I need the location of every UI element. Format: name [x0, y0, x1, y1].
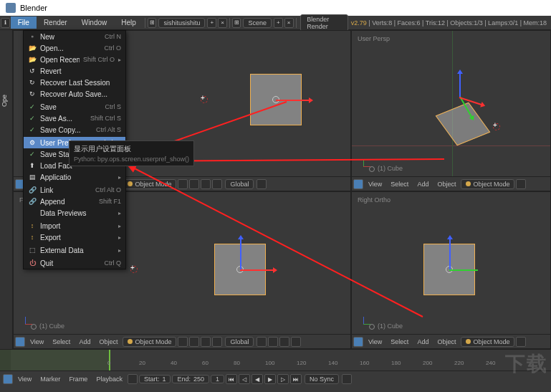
scene-browse-icon[interactable]: ⊞ — [232, 18, 241, 28]
scene-delete-icon[interactable]: × — [284, 18, 294, 28]
file-menu-external-data[interactable]: ⬚External Data▸ — [24, 244, 125, 256]
timeline-editor: 020406080100120140160180200220240 View M… — [0, 349, 551, 392]
viewport-top-right[interactable]: User Persp (1) Cube View Select Add Obje… — [351, 30, 551, 191]
tool-shelf-collapsed[interactable]: Ope — [0, 30, 13, 349]
file-menu-new[interactable]: ▫NewCtrl N — [24, 31, 125, 42]
view-label: User Persp — [358, 35, 390, 42]
render-engine-dropdown[interactable]: Blender Render — [300, 14, 348, 32]
file-menu-open-recent-[interactable]: 📂Open Recent...Shift Ctrl O▸ — [24, 54, 125, 65]
viewport-header: View Select Add Object Object Mode Globa… — [14, 334, 350, 348]
keyframe-next-icon[interactable]: ▷ — [277, 374, 289, 384]
mini-axis-icon — [358, 161, 369, 172]
tooltip-python: Python: bpy.ops.screen.userpref_show() — [74, 156, 189, 163]
file-menu-applicatio[interactable]: ▤Applicatio▸ — [24, 171, 125, 183]
app-title: Blender — [20, 4, 47, 12]
file-menu-link[interactable]: 🔗LinkCtrl Alt O — [24, 184, 125, 196]
blender-icon — [6, 3, 16, 13]
layout-browse-icon[interactable]: ⊞ — [148, 18, 157, 28]
editor-type-icon[interactable]: ℹ — [1, 18, 10, 28]
file-menu-save-copy-[interactable]: ✓Save Copy...Ctrl Alt S — [24, 124, 125, 135]
file-menu-append[interactable]: 🔗AppendShift F1 — [24, 196, 125, 207]
start-frame-field[interactable]: Start:1 — [139, 375, 171, 383]
mini-axis-icon — [358, 318, 369, 330]
menu-help[interactable]: Help — [114, 16, 143, 29]
scene-field[interactable]: Scene — [243, 18, 272, 28]
autokey-icon[interactable] — [342, 374, 352, 384]
cube-object[interactable] — [423, 244, 475, 295]
viewport-bottom-right[interactable]: Right Ortho (1) Cube View Select Add Obj… — [351, 191, 551, 349]
file-menu-import[interactable]: ↕Import▸ — [24, 220, 125, 231]
jump-end-icon[interactable]: ⏭ — [290, 374, 302, 384]
object-label: (1) Cube — [31, 322, 64, 330]
3d-cursor-icon — [128, 264, 138, 274]
menu-window[interactable]: Window — [75, 16, 115, 29]
file-menu-save-as-[interactable]: ✓Save As...Shift Ctrl S — [24, 113, 125, 124]
timeline-header: View Marker Frame Playback Start:1 End:2… — [0, 371, 551, 387]
play-reverse-icon[interactable]: ◀ — [251, 374, 263, 384]
timeline-ruler[interactable]: 020406080100120140160180200220240 — [0, 350, 551, 371]
cube-object[interactable] — [250, 74, 302, 125]
screen-layout-field[interactable]: sishitusishitu — [158, 18, 205, 28]
menu-render[interactable]: Render — [37, 16, 75, 29]
current-frame-field[interactable]: 1 — [211, 375, 224, 383]
editor-type-icon[interactable] — [15, 337, 25, 347]
3d-cursor-icon — [198, 94, 209, 104]
mode-dropdown[interactable]: Object Mode — [123, 179, 176, 189]
play-icon[interactable]: ▶ — [264, 374, 276, 384]
file-menu-recover-auto-save-[interactable]: ↻Recover Auto Save... — [24, 88, 125, 100]
mini-axis-icon — [19, 318, 31, 330]
file-menu-revert[interactable]: ↺Revert — [24, 65, 125, 77]
jump-start-icon[interactable]: ⏮ — [226, 374, 237, 384]
menu-file[interactable]: File — [11, 16, 37, 29]
3d-cursor-icon — [491, 121, 501, 131]
manipulator-icon[interactable] — [201, 179, 211, 189]
file-menu-save[interactable]: ✓SaveCtrl S — [24, 101, 125, 113]
object-label: (1) Cube — [369, 165, 403, 172]
orientation-dropdown[interactable]: Global — [225, 179, 254, 189]
editor-type-icon[interactable] — [353, 337, 363, 347]
shade-icon[interactable] — [178, 179, 188, 189]
layout-delete-icon[interactable]: × — [218, 18, 227, 28]
tooltip-title: 显示用户设置面板 — [74, 144, 189, 154]
mode-dropdown[interactable]: Object Mode — [461, 337, 514, 347]
snap-icon[interactable] — [257, 179, 267, 189]
editor-type-icon[interactable] — [3, 374, 13, 384]
editor-type-icon[interactable] — [353, 179, 363, 189]
scene-add-icon[interactable]: + — [274, 18, 283, 28]
file-menu-export[interactable]: ↕Export▸ — [24, 231, 125, 243]
viewport-header: View Select Add Object Object Mode — [352, 334, 550, 348]
end-frame-field[interactable]: End:250 — [172, 375, 209, 383]
mode-dropdown[interactable]: Object Mode — [461, 179, 514, 189]
window-titlebar: Blender — [0, 0, 551, 16]
watermark: 下载 — [505, 350, 548, 378]
file-menu-data-previews[interactable]: Data Previews▸ — [24, 207, 125, 219]
view-label: Right Ortho — [358, 196, 391, 204]
layout-add-icon[interactable]: + — [207, 18, 216, 28]
file-menu-recover-last-session[interactable]: ↻Recover Last Session — [24, 77, 125, 88]
viewport-header: View Select Add Object Object Mode — [352, 176, 550, 191]
file-menu-quit[interactable]: ⏻QuitCtrl Q — [24, 257, 125, 269]
mode-dropdown[interactable]: Object Mode — [123, 337, 176, 347]
layers-icon[interactable] — [212, 179, 222, 189]
keyframe-prev-icon[interactable]: ◁ — [239, 374, 250, 384]
pivot-icon[interactable] — [189, 179, 199, 189]
cube-object[interactable] — [436, 102, 491, 145]
tooltip: 显示用户设置面板 Python: bpy.ops.screen.userpref… — [69, 140, 194, 166]
header-stats: v2.79 | Verts:8 | Faces:6 | Tris:12 | Ob… — [351, 19, 551, 27]
file-menu-open-[interactable]: 📂Open...Ctrl O — [24, 42, 125, 54]
top-menubar: ℹ File Render Window Help ⊞ sishitusishi… — [0, 16, 551, 30]
object-label: (1) Cube — [369, 322, 403, 330]
sync-dropdown[interactable]: No Sync — [305, 374, 339, 384]
cube-object[interactable] — [214, 244, 266, 295]
